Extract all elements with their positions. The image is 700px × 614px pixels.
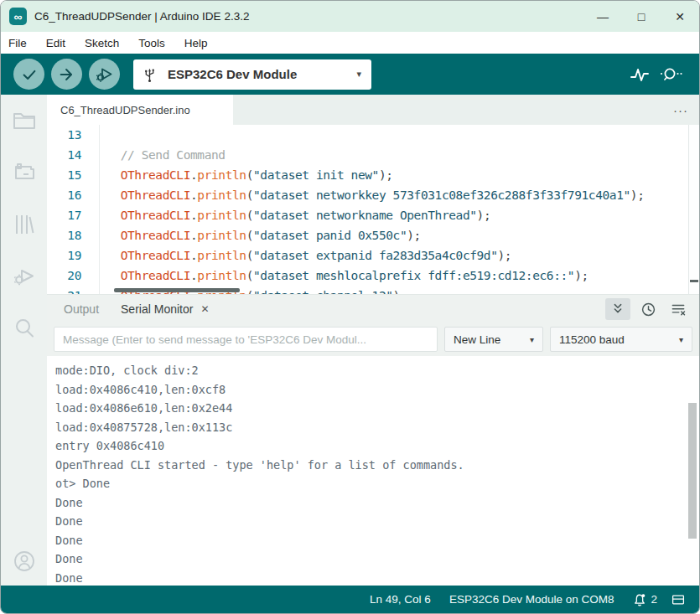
sidebar-item-boards-manager[interactable]: [1, 147, 47, 199]
sidebar-item-library-manager[interactable]: [1, 199, 47, 250]
bottom-panel-header: Output Serial Monitor ✕: [47, 295, 699, 323]
debug-button[interactable]: [89, 59, 120, 90]
tab-serial-monitor[interactable]: Serial Monitor ✕: [121, 302, 209, 316]
toolbar: ESP32C6 Dev Module ▾: [1, 54, 699, 95]
editor-horizontal-scrollbar[interactable]: [114, 288, 240, 292]
arduino-logo-icon: ∞: [9, 8, 27, 25]
code-token: "dataset extpanid fa283d35a4c0cf9d": [253, 249, 498, 262]
sidebar-item-account[interactable]: [1, 537, 47, 586]
baud-rate-dropdown[interactable]: 115200 baud ▾: [550, 327, 692, 352]
maximize-button[interactable]: □: [622, 1, 661, 32]
line-number: 14: [47, 145, 100, 165]
debug-icon: [95, 64, 115, 85]
code-token: (: [246, 249, 253, 262]
bell-icon: [632, 592, 647, 607]
window-title: C6_ThreadUDPSender | Arduino IDE 2.3.2: [34, 10, 249, 23]
serial-line: ot> Done: [55, 474, 699, 493]
code-token: [106, 269, 121, 282]
line-ending-dropdown[interactable]: New Line ▾: [444, 327, 543, 352]
serial-scrollbar-thumb[interactable]: [688, 403, 697, 539]
notification-count: 2: [651, 593, 657, 606]
line-number: 21: [47, 286, 100, 294]
menu-item-sketch[interactable]: Sketch: [85, 34, 128, 52]
board-connection-status[interactable]: ESP32C6 Dev Module on COM8: [449, 593, 614, 606]
serial-output-area[interactable]: mode:DIO, clock div:2load:0x4086c410,len…: [47, 356, 699, 586]
code-token: println: [197, 249, 246, 262]
serial-input-row: New Line ▾ 115200 baud ▾: [47, 323, 699, 355]
menu-item-tools[interactable]: Tools: [138, 34, 174, 52]
line-ending-value: New Line: [454, 333, 500, 346]
board-chip-icon: [11, 161, 38, 184]
line-number: 19: [47, 245, 100, 266]
serial-line: entry 0x4086c410: [55, 436, 699, 456]
timestamp-toggle-button[interactable]: [635, 298, 661, 320]
code-token: OThreadCLI: [121, 168, 190, 182]
sidebar-item-debug[interactable]: [1, 250, 47, 302]
line-number: 17: [47, 205, 100, 225]
editor-line[interactable]: 14 // Send Command: [47, 145, 699, 165]
menu-item-help[interactable]: Help: [184, 34, 217, 52]
code-token: (: [246, 269, 253, 282]
notifications-button[interactable]: 2: [632, 592, 657, 607]
code-text: OThreadCLI.println("dataset panid 0x550c…: [100, 225, 421, 245]
tab-sketch-file[interactable]: C6_ThreadUDPSender.ino: [47, 95, 233, 125]
board-selector-dropdown[interactable]: ESP32C6 Dev Module ▾: [133, 59, 371, 90]
scrollbar-marker: [690, 280, 698, 282]
editor-vertical-scrollbar[interactable]: [688, 125, 699, 294]
serial-output-lines: mode:DIO, clock div:2load:0x4086c410,len…: [55, 361, 699, 586]
editor-line[interactable]: 18 OThreadCLI.println("dataset panid 0x5…: [47, 225, 699, 245]
menu-item-edit[interactable]: Edit: [46, 34, 75, 52]
code-token: println: [197, 188, 246, 202]
autoscroll-toggle-button[interactable]: [605, 298, 630, 320]
upload-button[interactable]: [51, 59, 82, 90]
code-token: );: [477, 209, 491, 222]
chevron-down-icon: ▾: [356, 69, 361, 80]
code-text: [100, 125, 106, 145]
editor-line[interactable]: 20 OThreadCLI.println("dataset meshlocal…: [47, 266, 699, 286]
editor-tabbar: C6_ThreadUDPSender.ino ···: [47, 95, 699, 125]
serial-message-input[interactable]: [54, 327, 438, 352]
code-token: (: [246, 188, 253, 202]
editor-line[interactable]: 17 OThreadCLI.println("dataset networkna…: [47, 205, 699, 225]
code-token: );: [407, 229, 421, 242]
code-text: OThreadCLI.println("dataset extpanid fa2…: [100, 245, 511, 266]
sidebar-item-search[interactable]: [1, 302, 47, 354]
code-token: );: [379, 168, 393, 182]
clear-output-button[interactable]: [666, 298, 691, 320]
cursor-position[interactable]: Ln 49, Col 6: [370, 593, 431, 606]
toggle-panel-button[interactable]: [671, 593, 686, 606]
code-token: [106, 148, 121, 162]
window-controls: — □ ✕: [583, 1, 699, 32]
code-editor[interactable]: 1314 // Send Command15 OThreadCLI.printl…: [47, 125, 699, 294]
debug-bug-icon: [11, 264, 38, 289]
code-token: OThreadCLI: [121, 249, 190, 262]
close-icon[interactable]: ✕: [200, 303, 209, 315]
editor-line[interactable]: 19 OThreadCLI.println("dataset extpanid …: [47, 245, 699, 266]
verify-button[interactable]: [13, 59, 44, 90]
editor-line[interactable]: 13: [47, 125, 699, 145]
bottom-panel: Output Serial Monitor ✕: [47, 294, 699, 586]
serial-plotter-button[interactable]: [624, 60, 656, 89]
tab-options-button[interactable]: ···: [662, 95, 699, 125]
serial-line: Done: [55, 531, 699, 550]
serial-line: Done: [55, 550, 699, 569]
minimize-button[interactable]: —: [583, 1, 622, 32]
sidebar-item-sketchbook[interactable]: [1, 95, 47, 147]
activity-sidebar: [1, 95, 47, 586]
line-number: 18: [47, 225, 100, 245]
code-text: OThreadCLI.println("dataset networkkey 5…: [100, 185, 644, 205]
serial-monitor-button[interactable]: [656, 60, 687, 89]
editor-line[interactable]: 16 OThreadCLI.println("dataset networkke…: [47, 185, 699, 205]
code-token: println: [197, 209, 246, 222]
menu-item-file[interactable]: File: [8, 34, 36, 52]
code-token: (: [246, 168, 253, 182]
serial-monitor-icon: [659, 64, 684, 85]
right-arrow-icon: [58, 65, 76, 84]
code-token: [106, 249, 121, 262]
code-text: OThreadCLI.println("dataset init new");: [100, 165, 393, 185]
code-text: // Send Command: [100, 145, 226, 165]
close-button[interactable]: ✕: [661, 1, 699, 32]
tab-output[interactable]: Output: [64, 302, 99, 316]
code-token: "dataset meshlocalprefix fdff:e519:cd12:…: [253, 269, 574, 282]
editor-line[interactable]: 15 OThreadCLI.println("dataset init new"…: [47, 165, 699, 185]
